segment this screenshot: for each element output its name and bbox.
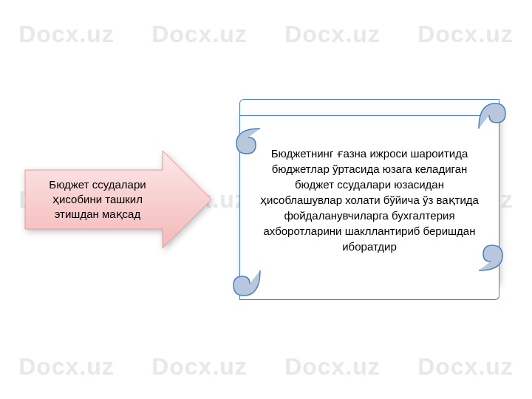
scroll-body: Бюджетнинг ғазна ижроси шароитида бюджет… (239, 115, 499, 284)
scroll-curl-icon (474, 241, 507, 273)
scroll-curl-icon (232, 126, 265, 158)
arrow-callout: Бюджет ссудалари ҳисобини ташкил этишдан… (22, 148, 214, 251)
scroll-curl-icon (474, 99, 507, 132)
scroll-bottom-strip (239, 272, 499, 300)
diagram-content: Бюджет ссудалари ҳисобини ташкил этишдан… (0, 0, 532, 399)
scroll-text: Бюджетнинг ғазна ижроси шароитида бюджет… (256, 146, 482, 254)
scroll-curl-icon (232, 267, 265, 300)
scroll-callout: Бюджетнинг ғазна ижроси шароитида бюджет… (222, 89, 502, 310)
arrow-label: Бюджет ссудалари ҳисобини ташкил этишдан… (22, 177, 163, 222)
